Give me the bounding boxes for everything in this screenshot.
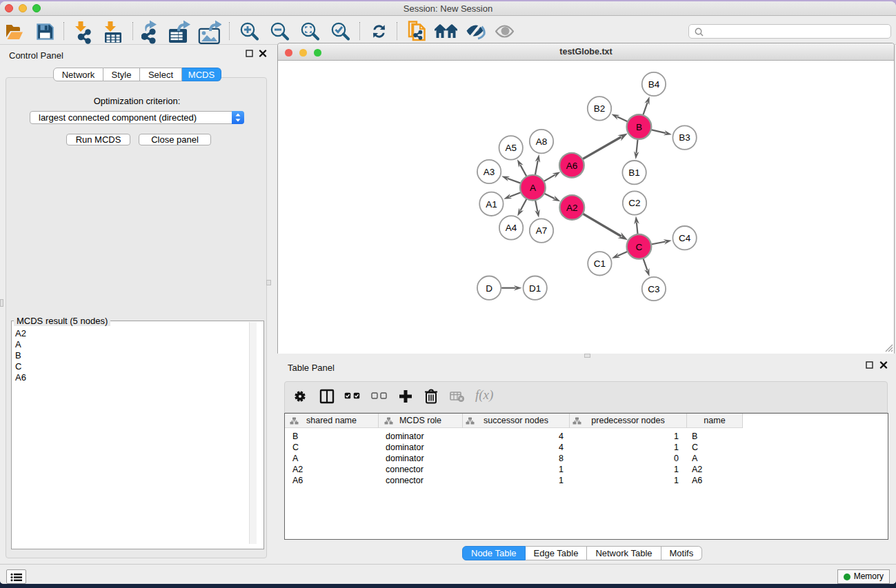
svg-text:A7: A7 [536, 225, 548, 236]
svg-text:A4: A4 [506, 223, 517, 233]
svg-text:A2: A2 [566, 203, 578, 213]
svg-text:B: B [636, 122, 642, 132]
svg-text:B3: B3 [679, 132, 690, 143]
svg-text:B1: B1 [628, 168, 640, 178]
svg-text:A6: A6 [566, 161, 578, 171]
svg-text:C2: C2 [628, 198, 640, 208]
svg-text:D1: D1 [529, 283, 541, 294]
svg-text:A1: A1 [486, 199, 497, 210]
svg-text:A3: A3 [484, 167, 495, 177]
svg-text:B4: B4 [648, 79, 660, 90]
svg-text:C: C [636, 242, 643, 252]
svg-text:C1: C1 [594, 258, 606, 269]
svg-text:C3: C3 [648, 284, 659, 294]
svg-text:C4: C4 [679, 233, 691, 243]
svg-text:D: D [486, 283, 492, 294]
svg-text:A8: A8 [536, 136, 548, 147]
svg-text:A5: A5 [505, 143, 517, 153]
svg-text:A: A [530, 183, 536, 193]
svg-text:B2: B2 [594, 103, 606, 114]
